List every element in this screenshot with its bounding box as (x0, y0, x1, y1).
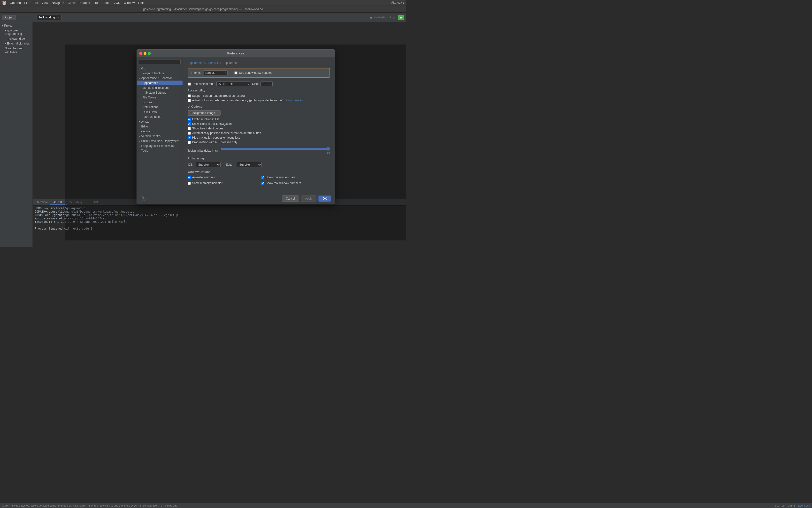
editor-antialias-label: Editor: (226, 163, 234, 166)
nav-scopes[interactable]: Scopes (137, 100, 183, 105)
slider-labels: 0 1200 (221, 152, 330, 154)
menu-window[interactable]: Window (123, 1, 134, 5)
screen-readers-label: Support screen readers (requires restart… (192, 94, 245, 97)
sidebar-item-go-core[interactable]: ▾ go-core-programming (0, 28, 32, 36)
bg-image-button[interactable]: Background Image... (188, 110, 221, 116)
tooltip-slider[interactable] (221, 147, 330, 151)
drag-drop-checkbox[interactable] (188, 141, 191, 144)
dark-window-headers-checkbox[interactable] (234, 71, 237, 75)
nav-keymap[interactable]: Keymap (137, 119, 183, 124)
close-button[interactable] (139, 52, 142, 55)
color-deficiency-row: Adjust colors for red-green vision defic… (188, 99, 330, 102)
cyclic-scrolling-row: Cyclic scrolling in list (188, 118, 330, 121)
menu-code[interactable]: Code (68, 1, 75, 5)
nav-project-structure[interactable]: Project Structure (137, 71, 183, 76)
drag-drop-label: Drag-n-Drop with ALT pressed only (192, 140, 237, 144)
show-tree-label: Show tree indent guides (192, 127, 224, 130)
antialiasing-row: IDE: Subpixel Greyscale None Editor: (188, 162, 330, 167)
breadcrumb: Appearance & Behavior › Appearance (188, 61, 330, 65)
show-tree-checkbox[interactable] (188, 127, 191, 130)
animate-windows-checkbox[interactable] (188, 176, 191, 179)
dialog-content: Appearance & Behavior › Appearance Theme… (183, 57, 335, 193)
auto-position-label: Automatically position mouse cursor on d… (192, 131, 261, 135)
minimize-button[interactable] (144, 52, 147, 55)
tab-terminal[interactable]: Terminal (34, 200, 50, 205)
toolbar: Project helloworld.go × go build hellowo… (0, 12, 406, 22)
nav-file-colors[interactable]: File Colors (137, 95, 183, 100)
window-options-header: Window Options (188, 170, 330, 174)
nav-quick-lists-label: Quick Lists (143, 110, 157, 114)
screen-readers-row: Support screen readers (requires restart… (188, 94, 330, 97)
maximize-button[interactable] (148, 52, 151, 55)
sidebar-item-helloworld[interactable]: helloworld.go (0, 36, 32, 41)
ide-antialias-label: IDE: (188, 163, 193, 166)
size-select-wrapper: 10 11 12 13 14 16 18 (261, 82, 273, 86)
auto-position-row: Automatically position mouse cursor on d… (188, 131, 330, 135)
nav-path-variables-label: Path Variables (143, 115, 161, 119)
main-layout: ▾ Project ▾ go-core-programming hellowor… (0, 22, 406, 247)
how-it-works-link[interactable]: How it works (286, 99, 303, 102)
file-tab-1[interactable]: helloworld.go × (37, 15, 62, 20)
project-tab[interactable]: Project (2, 15, 16, 20)
show-tool-bars-checkbox[interactable] (261, 176, 264, 179)
menu-view[interactable]: View (42, 1, 48, 5)
ide-antialias-select[interactable]: Subpixel Greyscale None (196, 162, 221, 167)
hide-navigation-checkbox[interactable] (188, 136, 191, 139)
menu-tools[interactable]: Tools (103, 1, 110, 5)
theme-section: Theme: Darcula IntelliJ Light High contr… (188, 68, 330, 78)
dialog-nav: ▸ Go Project Structure ▾ Appearance & Be… (137, 57, 183, 193)
menu-help[interactable]: Help (138, 1, 145, 5)
nav-build-exec[interactable]: ▸ Build, Execution, Deployment (137, 139, 183, 143)
show-tool-numbers-checkbox[interactable] (261, 182, 264, 185)
editor-antialias-select[interactable]: Subpixel Greyscale None (237, 162, 262, 167)
nav-plugins[interactable]: Plugins (137, 129, 183, 134)
run-button[interactable]: ▶ (398, 15, 404, 20)
nav-menus-toolbars[interactable]: Menus and Toolbars (137, 85, 183, 90)
color-deficiency-label: Adjust colors for red-green vision defic… (192, 99, 283, 102)
font-select[interactable]: .SF NS Text Helvetica Neue Arial (217, 82, 250, 86)
show-icons-checkbox[interactable] (188, 122, 191, 126)
nav-plugins-label: Plugins (141, 130, 150, 133)
ok-button[interactable]: OK (318, 196, 331, 202)
cyclic-scrolling-checkbox[interactable] (188, 118, 191, 121)
sidebar-item-external-libs[interactable]: ▸ External Libraries (0, 41, 32, 46)
screen-readers-checkbox[interactable] (188, 94, 191, 97)
apply-button[interactable]: Apply (301, 196, 316, 202)
nav-path-variables[interactable]: Path Variables (137, 115, 183, 119)
nav-system-settings[interactable]: ▸ System Settings (137, 90, 183, 95)
tab-run[interactable]: 4: Run × (50, 200, 67, 205)
color-deficiency-checkbox[interactable] (188, 99, 191, 102)
nav-tools[interactable]: ▸ Tools (137, 148, 183, 153)
nav-file-colors-label: File Colors (143, 96, 156, 99)
nav-languages[interactable]: ▸ Languages & Frameworks (137, 143, 183, 148)
theme-select[interactable]: Darcula IntelliJ Light High contrast (204, 71, 228, 75)
sidebar-item-scratches[interactable]: Scratches and Consoles (0, 46, 32, 54)
dialog-titlebar: Preferences (137, 50, 335, 57)
menu-vcs[interactable]: VCS (114, 1, 120, 5)
auto-position-checkbox[interactable] (188, 132, 191, 135)
help-button[interactable]: ? (141, 196, 146, 201)
dialog-footer: ? Cancel Apply OK (137, 193, 335, 204)
nav-go[interactable]: ▸ Go (137, 66, 183, 71)
nav-notifications[interactable]: Notifications (137, 105, 183, 110)
nav-appearance-behavior[interactable]: ▾ Appearance & Behavior (137, 76, 183, 81)
sidebar-item-project[interactable]: ▾ Project (0, 23, 32, 28)
menubar-right: 周二 09:41 (391, 1, 404, 5)
nav-version-control[interactable]: ▸ Version Control (137, 134, 183, 139)
breadcrumb-parent[interactable]: Appearance & Behavior (188, 61, 218, 65)
custom-font-checkbox[interactable] (188, 83, 191, 86)
search-input[interactable] (139, 59, 181, 64)
menu-edit[interactable]: Edit (33, 1, 38, 5)
menu-run[interactable]: Run (94, 1, 100, 5)
tooltip-label: Tooltip initial delay (ms): (188, 149, 219, 153)
nav-editor[interactable]: ▸ Editor (137, 124, 183, 129)
nav-appearance[interactable]: Appearance (137, 81, 183, 85)
menu-goland[interactable]: GoLand (10, 1, 21, 5)
menu-file[interactable]: File (24, 1, 29, 5)
cancel-button[interactable]: Cancel (282, 196, 299, 202)
nav-quick-lists[interactable]: Quick Lists (137, 110, 183, 115)
show-memory-checkbox[interactable] (188, 182, 191, 185)
size-select[interactable]: 10 11 12 13 14 16 18 (261, 82, 273, 86)
menu-refactor[interactable]: Refactor (78, 1, 90, 5)
menu-navigate[interactable]: Navigate (52, 1, 64, 5)
